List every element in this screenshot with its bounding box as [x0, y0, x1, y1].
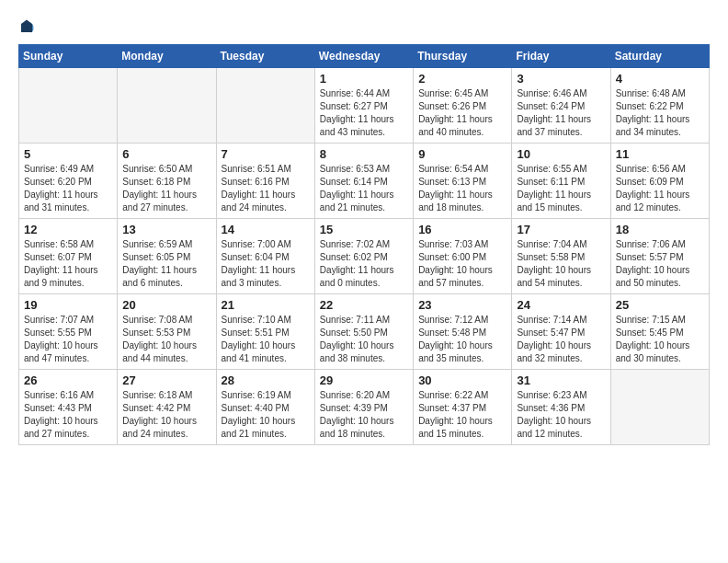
day-info: Sunrise: 6:22 AMSunset: 4:37 PMDaylight:…	[418, 389, 506, 441]
day-info: Sunrise: 6:16 AMSunset: 4:43 PMDaylight:…	[24, 389, 112, 441]
day-number: 5	[24, 147, 112, 161]
day-number: 20	[122, 298, 210, 312]
header	[18, 18, 710, 35]
calendar-cell: 7Sunrise: 6:51 AMSunset: 6:16 PMDaylight…	[216, 144, 314, 219]
calendar-cell: 11Sunrise: 6:56 AMSunset: 6:09 PMDayligh…	[610, 144, 709, 219]
day-info: Sunrise: 6:49 AMSunset: 6:20 PMDaylight:…	[24, 163, 112, 214]
day-info: Sunrise: 7:00 AMSunset: 6:04 PMDaylight:…	[222, 238, 310, 290]
day-header-monday: Monday	[118, 45, 216, 68]
day-info: Sunrise: 6:59 AMSunset: 6:05 PMDaylight:…	[122, 238, 210, 290]
calendar-cell	[19, 68, 118, 144]
day-info: Sunrise: 7:03 AMSunset: 6:00 PMDaylight:…	[418, 238, 506, 290]
day-number: 28	[222, 373, 310, 387]
day-number: 6	[122, 147, 210, 161]
calendar-week-1: 5Sunrise: 6:49 AMSunset: 6:20 PMDaylight…	[19, 144, 710, 219]
calendar-cell: 18Sunrise: 7:06 AMSunset: 5:57 PMDayligh…	[610, 219, 709, 294]
calendar-cell: 10Sunrise: 6:55 AMSunset: 6:11 PMDayligh…	[512, 144, 610, 219]
logo	[18, 18, 37, 35]
day-number: 8	[320, 147, 408, 161]
day-info: Sunrise: 6:19 AMSunset: 4:40 PMDaylight:…	[222, 389, 310, 441]
day-number: 17	[517, 223, 605, 236]
calendar-cell	[118, 68, 216, 144]
calendar-week-0: 1Sunrise: 6:44 AMSunset: 6:27 PMDaylight…	[19, 68, 710, 144]
logo-icon	[18, 18, 35, 35]
page: SundayMondayTuesdayWednesdayThursdayFrid…	[0, 0, 728, 454]
day-number: 29	[320, 373, 408, 387]
calendar-cell: 27Sunrise: 6:18 AMSunset: 4:42 PMDayligh…	[118, 370, 216, 445]
calendar-cell: 31Sunrise: 6:23 AMSunset: 4:36 PMDayligh…	[512, 370, 610, 445]
calendar-cell: 3Sunrise: 6:46 AMSunset: 6:24 PMDaylight…	[512, 68, 610, 144]
day-number: 31	[517, 373, 605, 387]
day-number: 2	[418, 72, 506, 86]
day-number: 10	[517, 147, 605, 161]
calendar-cell: 21Sunrise: 7:10 AMSunset: 5:51 PMDayligh…	[216, 294, 314, 370]
day-info: Sunrise: 7:15 AMSunset: 5:45 PMDaylight:…	[616, 314, 704, 365]
day-info: Sunrise: 7:10 AMSunset: 5:51 PMDaylight:…	[222, 314, 310, 365]
day-number: 27	[122, 373, 210, 387]
calendar-cell: 28Sunrise: 6:19 AMSunset: 4:40 PMDayligh…	[216, 370, 314, 445]
day-number: 25	[616, 298, 704, 312]
day-info: Sunrise: 6:48 AMSunset: 6:22 PMDaylight:…	[616, 87, 704, 139]
calendar-cell: 4Sunrise: 6:48 AMSunset: 6:22 PMDaylight…	[610, 68, 709, 144]
day-number: 30	[418, 373, 506, 387]
day-number: 16	[418, 223, 506, 236]
calendar-cell: 30Sunrise: 6:22 AMSunset: 4:37 PMDayligh…	[414, 370, 512, 445]
day-info: Sunrise: 7:07 AMSunset: 5:55 PMDaylight:…	[24, 314, 112, 365]
calendar-cell: 6Sunrise: 6:50 AMSunset: 6:18 PMDaylight…	[118, 144, 216, 219]
calendar-week-4: 26Sunrise: 6:16 AMSunset: 4:43 PMDayligh…	[19, 370, 710, 445]
day-info: Sunrise: 7:11 AMSunset: 5:50 PMDaylight:…	[320, 314, 408, 365]
day-number: 23	[418, 298, 506, 312]
calendar-cell: 17Sunrise: 7:04 AMSunset: 5:58 PMDayligh…	[512, 219, 610, 294]
day-number: 1	[320, 72, 408, 86]
day-info: Sunrise: 7:08 AMSunset: 5:53 PMDaylight:…	[122, 314, 210, 365]
day-info: Sunrise: 7:04 AMSunset: 5:58 PMDaylight:…	[517, 238, 605, 290]
calendar-cell: 25Sunrise: 7:15 AMSunset: 5:45 PMDayligh…	[610, 294, 709, 370]
day-number: 19	[24, 298, 112, 312]
day-header-thursday: Thursday	[414, 45, 512, 68]
calendar-week-2: 12Sunrise: 6:58 AMSunset: 6:07 PMDayligh…	[19, 219, 710, 294]
day-number: 22	[320, 298, 408, 312]
day-info: Sunrise: 6:18 AMSunset: 4:42 PMDaylight:…	[122, 389, 210, 441]
calendar-cell: 26Sunrise: 6:16 AMSunset: 4:43 PMDayligh…	[19, 370, 118, 445]
day-header-saturday: Saturday	[610, 45, 709, 68]
day-info: Sunrise: 7:14 AMSunset: 5:47 PMDaylight:…	[517, 314, 605, 365]
day-number: 15	[320, 223, 408, 236]
day-info: Sunrise: 6:55 AMSunset: 6:11 PMDaylight:…	[517, 163, 605, 214]
day-number: 11	[616, 147, 704, 161]
calendar-cell: 29Sunrise: 6:20 AMSunset: 4:39 PMDayligh…	[314, 370, 413, 445]
calendar-cell: 22Sunrise: 7:11 AMSunset: 5:50 PMDayligh…	[314, 294, 413, 370]
calendar-cell	[216, 68, 314, 144]
calendar-cell: 20Sunrise: 7:08 AMSunset: 5:53 PMDayligh…	[118, 294, 216, 370]
day-number: 18	[616, 223, 704, 236]
day-header-wednesday: Wednesday	[314, 45, 413, 68]
day-header-sunday: Sunday	[19, 45, 118, 68]
calendar-cell: 14Sunrise: 7:00 AMSunset: 6:04 PMDayligh…	[216, 219, 314, 294]
day-header-friday: Friday	[512, 45, 610, 68]
day-info: Sunrise: 6:54 AMSunset: 6:13 PMDaylight:…	[418, 163, 506, 214]
day-number: 9	[418, 147, 506, 161]
day-info: Sunrise: 7:12 AMSunset: 5:48 PMDaylight:…	[418, 314, 506, 365]
day-info: Sunrise: 6:50 AMSunset: 6:18 PMDaylight:…	[122, 163, 210, 214]
day-info: Sunrise: 6:46 AMSunset: 6:24 PMDaylight:…	[517, 87, 605, 139]
day-number: 13	[122, 223, 210, 236]
calendar-cell	[610, 370, 709, 445]
day-info: Sunrise: 6:20 AMSunset: 4:39 PMDaylight:…	[320, 389, 408, 441]
calendar-cell: 5Sunrise: 6:49 AMSunset: 6:20 PMDaylight…	[19, 144, 118, 219]
day-info: Sunrise: 6:23 AMSunset: 4:36 PMDaylight:…	[517, 389, 605, 441]
day-info: Sunrise: 6:45 AMSunset: 6:26 PMDaylight:…	[418, 87, 506, 139]
day-number: 24	[517, 298, 605, 312]
day-info: Sunrise: 7:06 AMSunset: 5:57 PMDaylight:…	[616, 238, 704, 290]
calendar-cell: 13Sunrise: 6:59 AMSunset: 6:05 PMDayligh…	[118, 219, 216, 294]
day-info: Sunrise: 6:58 AMSunset: 6:07 PMDaylight:…	[24, 238, 112, 290]
day-info: Sunrise: 6:56 AMSunset: 6:09 PMDaylight:…	[616, 163, 704, 214]
day-info: Sunrise: 6:44 AMSunset: 6:27 PMDaylight:…	[320, 87, 408, 139]
day-number: 12	[24, 223, 112, 236]
calendar-cell: 19Sunrise: 7:07 AMSunset: 5:55 PMDayligh…	[19, 294, 118, 370]
calendar: SundayMondayTuesdayWednesdayThursdayFrid…	[18, 44, 710, 445]
calendar-cell: 15Sunrise: 7:02 AMSunset: 6:02 PMDayligh…	[314, 219, 413, 294]
calendar-cell: 23Sunrise: 7:12 AMSunset: 5:48 PMDayligh…	[414, 294, 512, 370]
calendar-cell: 2Sunrise: 6:45 AMSunset: 6:26 PMDaylight…	[414, 68, 512, 144]
day-info: Sunrise: 6:51 AMSunset: 6:16 PMDaylight:…	[222, 163, 310, 214]
day-number: 26	[24, 373, 112, 387]
day-number: 3	[517, 72, 605, 86]
